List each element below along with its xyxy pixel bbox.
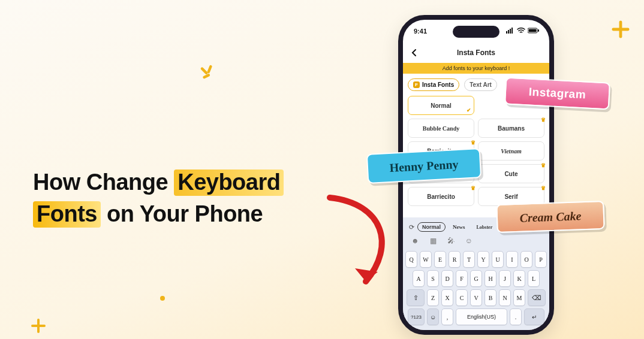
key-l[interactable]: L — [528, 270, 540, 287]
callout-henny-penny: Henny Penny — [366, 148, 482, 184]
font-card-label: Baumans — [498, 125, 525, 132]
key-b[interactable]: B — [484, 289, 496, 306]
key-e[interactable]: E — [434, 251, 446, 268]
font-card-label: Serif — [504, 193, 517, 200]
key-o[interactable]: O — [520, 251, 532, 268]
key-n[interactable]: N — [499, 289, 511, 306]
emoji-icon[interactable]: ☺ — [465, 237, 473, 245]
refresh-icon[interactable]: ⟳ — [409, 223, 414, 231]
font-card[interactable]: ♛ Barriecito — [408, 187, 474, 206]
key-k[interactable]: K — [513, 270, 525, 287]
crown-icon: ♛ — [541, 117, 546, 123]
plus-sparkle-icon — [610, 19, 631, 40]
tab-label: Text Art — [470, 81, 492, 88]
key-shift[interactable]: ⇧ — [407, 289, 425, 306]
tab-text-art[interactable]: Text Art — [464, 78, 497, 91]
svg-rect-9 — [506, 31, 507, 34]
key-w[interactable]: W — [420, 251, 432, 268]
kb-font-chip[interactable]: Lobster — [473, 223, 497, 231]
key-u[interactable]: U — [492, 251, 504, 268]
sparkle-icon — [197, 61, 218, 83]
kb-row: Q W E R T Y U I O P — [405, 251, 547, 268]
headline-part: How Change — [33, 170, 174, 195]
font-card-normal[interactable]: Normal ✔ — [408, 96, 474, 115]
key-r[interactable]: R — [449, 251, 461, 268]
page-title: How Change Keyboard Fonts on Your Phone — [33, 167, 357, 230]
svg-rect-11 — [510, 29, 511, 34]
dot-icon — [160, 295, 165, 301]
svg-rect-10 — [508, 30, 509, 34]
tab-insta-fonts[interactable]: F Insta Fonts — [408, 78, 459, 91]
key-return[interactable]: ↵ — [524, 308, 544, 325]
key-s[interactable]: S — [427, 270, 439, 287]
app-title: Insta Fonts — [457, 49, 495, 57]
callout-instagram: Instagram — [504, 77, 610, 110]
key-i[interactable]: I — [506, 251, 518, 268]
font-card[interactable]: Vietnam — [478, 141, 544, 161]
kb-font-chip[interactable]: News — [449, 223, 470, 231]
kb-row: ⇧ Z X C V B N M ⌫ — [405, 289, 547, 306]
svg-rect-14 — [529, 29, 537, 32]
font-card[interactable]: Bubble Candy — [408, 119, 474, 138]
virtual-keyboard: ⟳ Normal News Lobster Fo ✕ ☻ ▦ 🎤︎ ☺ Q W … — [403, 217, 549, 330]
key-z[interactable]: Z — [427, 289, 439, 306]
font-card-label: Normal — [431, 102, 451, 109]
status-time: 9:41 — [414, 28, 427, 35]
plus-sparkle-icon — [30, 317, 47, 334]
back-button[interactable] — [409, 47, 420, 58]
key-q[interactable]: Q — [405, 251, 417, 268]
font-card-label: Barriecito — [427, 193, 455, 200]
key-symbols[interactable]: ?123 — [408, 308, 425, 325]
crown-icon: ♛ — [541, 162, 546, 168]
key-period[interactable]: . — [510, 308, 522, 325]
headline-part: on Your Phone — [101, 201, 263, 226]
callout-label: Henny Penny — [389, 158, 459, 175]
crown-icon: ♛ — [541, 185, 546, 191]
gif-icon[interactable]: ▦ — [430, 237, 437, 245]
svg-line-2 — [204, 75, 209, 77]
promo-banner[interactable]: Add fonts to your keyboard ! — [403, 63, 549, 74]
key-h[interactable]: H — [484, 270, 496, 287]
signal-icon — [506, 28, 514, 35]
key-c[interactable]: C — [456, 289, 468, 306]
crown-icon: ♛ — [471, 140, 476, 146]
svg-rect-12 — [511, 28, 513, 34]
key-d[interactable]: D — [441, 270, 453, 287]
key-m[interactable]: M — [513, 289, 525, 306]
font-card[interactable]: ♛ Cute — [478, 164, 544, 183]
font-card-label: Bubble Candy — [423, 125, 459, 132]
key-f[interactable]: F — [456, 270, 468, 287]
crown-icon: ♛ — [471, 185, 476, 191]
kb-row: ?123 ☺ , English(US) . ↵ — [405, 308, 547, 325]
key-v[interactable]: V — [470, 289, 482, 306]
svg-line-1 — [209, 66, 211, 72]
font-card-label: Vietnam — [501, 148, 521, 155]
callout-label: Instagram — [528, 86, 586, 102]
callout-cream-cake: Cream Cake — [496, 201, 605, 233]
key-g[interactable]: G — [470, 270, 482, 287]
key-j[interactable]: J — [499, 270, 511, 287]
font-card-label: Cute — [504, 171, 517, 177]
headline-highlight: Keyboard — [174, 170, 284, 196]
battery-icon — [528, 28, 540, 35]
kb-tool-row: ☻ ▦ 🎤︎ ☺ — [405, 235, 547, 249]
key-comma[interactable]: , — [441, 308, 453, 325]
key-x[interactable]: X — [441, 289, 453, 306]
mic-icon[interactable]: 🎤︎ — [447, 237, 455, 245]
check-icon: ✔ — [467, 107, 471, 113]
key-emoji[interactable]: ☺ — [427, 308, 439, 325]
key-a[interactable]: A — [413, 270, 425, 287]
app-bar: Insta Fonts — [403, 43, 549, 63]
key-backspace[interactable]: ⌫ — [528, 289, 546, 306]
font-card[interactable]: ♛ Baumans — [478, 119, 544, 138]
key-space[interactable]: English(US) — [456, 308, 507, 325]
arrow-icon — [318, 192, 408, 296]
tab-badge: F — [413, 81, 420, 88]
svg-rect-15 — [538, 29, 539, 32]
kb-font-chip[interactable]: Normal — [417, 222, 446, 232]
key-p[interactable]: P — [535, 251, 547, 268]
tab-label: Insta Fonts — [422, 81, 454, 88]
sticker-icon[interactable]: ☻ — [411, 237, 419, 245]
key-t[interactable]: T — [463, 251, 475, 268]
key-y[interactable]: Y — [477, 251, 489, 268]
